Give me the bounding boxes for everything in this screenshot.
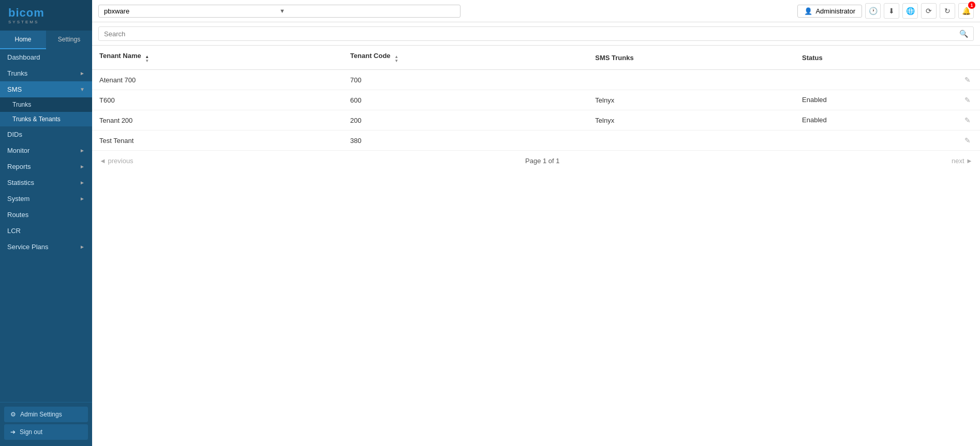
user-menu[interactable]: 👤 Administrator: [797, 5, 862, 18]
col-tenant-code[interactable]: Tenant Code ▲ ▼: [343, 46, 588, 70]
clock-icon: 🕐: [869, 7, 878, 15]
sidebar-sub-item-trunks-tenants[interactable]: Trunks & Tenants: [0, 112, 92, 126]
signout-button[interactable]: ➔ Sign out: [4, 424, 88, 440]
tab-settings[interactable]: Settings: [46, 31, 92, 49]
sidebar-item-routes[interactable]: Routes: [0, 207, 92, 223]
content-area: Tenant Name ▲ ▼ Tenant Code ▲ ▼: [92, 46, 980, 446]
sync-icon-button[interactable]: ↻: [940, 3, 955, 19]
sidebar-item-service-plans[interactable]: Service Plans ►: [0, 239, 92, 255]
edit-row-button[interactable]: ✎: [964, 76, 971, 84]
table-row: Tenant 200200TelnyxEnabled✎: [92, 110, 980, 131]
sidebar-item-trunks[interactable]: Trunks ►: [0, 65, 92, 81]
cell-tenant-code: 200: [343, 110, 588, 131]
sidebar-item-system[interactable]: System ►: [0, 191, 92, 207]
sort-desc-icon: ▼: [394, 59, 398, 63]
tenants-table: Tenant Name ▲ ▼ Tenant Code ▲ ▼: [92, 46, 980, 151]
sidebar-item-sms[interactable]: SMS ▼: [0, 81, 92, 97]
table-row: Atenant 700700✎: [92, 70, 980, 90]
status-value: Enabled: [802, 96, 827, 104]
table-row: T600600TelnyxEnabled✎: [92, 90, 980, 110]
tab-home[interactable]: Home: [0, 31, 46, 49]
top-tabs: Home Settings: [0, 31, 92, 49]
logo: bicom SYSTEMS: [0, 0, 92, 31]
cell-status: Enabled✎: [795, 110, 980, 131]
cell-tenant-name: T600: [92, 90, 343, 110]
table-row: Test Tenant380✎: [92, 131, 980, 151]
sidebar-item-label: DIDs: [7, 131, 22, 138]
sidebar-item-monitor[interactable]: Monitor ►: [0, 142, 92, 159]
sidebar-item-reports[interactable]: Reports ►: [0, 159, 92, 175]
globe-icon-button[interactable]: 🌐: [902, 3, 918, 19]
globe-icon: 🌐: [906, 7, 915, 15]
sidebar-item-dashboard[interactable]: Dashboard: [0, 49, 92, 65]
sidebar-item-label: Trunks: [7, 69, 27, 77]
cell-sms-trunks: [588, 70, 795, 90]
refresh-icon: ⟳: [926, 7, 932, 15]
logo-subtitle: SYSTEMS: [8, 20, 84, 24]
cell-tenant-name: Atenant 700: [92, 70, 343, 90]
cell-sms-trunks: Telnyx: [588, 110, 795, 131]
sort-icons: ▲ ▼: [145, 55, 149, 63]
sidebar-item-lcr[interactable]: LCR: [0, 223, 92, 239]
sidebar-item-label: Routes: [7, 211, 28, 219]
chevron-right-icon: ►: [80, 244, 85, 250]
chevron-right-icon: ►: [80, 180, 85, 185]
edit-row-button[interactable]: ✎: [964, 136, 971, 145]
admin-settings-label: Admin Settings: [20, 411, 62, 418]
cell-tenant-code: 700: [343, 70, 588, 90]
sidebar-item-label: Service Plans: [7, 243, 48, 251]
col-label: Tenant Code: [350, 52, 391, 60]
chevron-right-icon: ►: [80, 70, 85, 76]
search-icon: 🔍: [959, 30, 968, 38]
edit-row-button[interactable]: ✎: [964, 96, 971, 104]
cell-tenant-code: 600: [343, 90, 588, 110]
user-label: Administrator: [815, 7, 855, 15]
col-label: SMS Trunks: [595, 54, 633, 62]
chevron-right-icon: ►: [80, 196, 85, 202]
pagination-page-info: Page 1 of 1: [525, 157, 560, 165]
cell-sms-trunks: [588, 131, 795, 151]
sidebar-item-label: LCR: [7, 227, 21, 235]
notification-badge: 1: [968, 2, 975, 9]
col-label: Status: [802, 54, 823, 62]
download-icon-button[interactable]: ⬇: [884, 3, 899, 19]
signout-label: Sign out: [20, 428, 42, 436]
chevron-right-icon: ►: [80, 164, 85, 169]
table-header-row: Tenant Name ▲ ▼ Tenant Code ▲ ▼: [92, 46, 980, 70]
search-input[interactable]: [104, 30, 959, 38]
col-sms-trunks: SMS Trunks: [588, 46, 795, 70]
gear-icon: ⚙: [10, 411, 16, 418]
pagination-previous[interactable]: ◄ previous: [99, 157, 133, 165]
user-icon: 👤: [804, 7, 812, 15]
cell-status: ✎: [795, 70, 980, 90]
clock-icon-button[interactable]: 🕐: [865, 3, 881, 19]
edit-row-button[interactable]: ✎: [964, 116, 971, 124]
sidebar-item-label: Dashboard: [7, 53, 40, 61]
sort-icons: ▲ ▼: [394, 55, 398, 63]
signout-icon: ➔: [10, 428, 16, 436]
main-panel: pbxware ▼ 👤 Administrator 🕐 ⬇ 🌐 ⟳ ↻: [92, 0, 980, 446]
pagination-next[interactable]: next ►: [952, 157, 973, 165]
logo-title: bicom: [8, 6, 84, 20]
tenant-value: pbxware: [104, 7, 279, 15]
cell-tenant-name: Tenant 200: [92, 110, 343, 131]
tenant-dropdown[interactable]: pbxware ▼: [98, 5, 461, 18]
sidebar-bottom: ⚙ Admin Settings ➔ Sign out: [0, 402, 92, 446]
admin-settings-button[interactable]: ⚙ Admin Settings: [4, 407, 88, 422]
download-icon: ⬇: [888, 7, 895, 15]
cell-status: ✎: [795, 131, 980, 151]
sidebar-item-label: System: [7, 195, 29, 203]
refresh-icon-button[interactable]: ⟳: [921, 3, 937, 19]
chevron-down-icon: ▼: [80, 87, 85, 92]
sidebar-item-label: SMS: [7, 85, 22, 93]
chevron-right-icon: ►: [80, 148, 85, 153]
sidebar-item-dids[interactable]: DIDs: [0, 126, 92, 142]
sidebar-sub-item-trunks[interactable]: Trunks: [0, 97, 92, 112]
topbar: pbxware ▼ 👤 Administrator 🕐 ⬇ 🌐 ⟳ ↻: [92, 0, 980, 22]
col-tenant-name[interactable]: Tenant Name ▲ ▼: [92, 46, 343, 70]
sort-desc-icon: ▼: [145, 59, 149, 63]
notification-bell-button[interactable]: 🔔 1: [958, 3, 974, 19]
sidebar-item-statistics[interactable]: Statistics ►: [0, 175, 92, 191]
searchbar: 🔍: [92, 22, 980, 46]
cell-tenant-name: Test Tenant: [92, 131, 343, 151]
